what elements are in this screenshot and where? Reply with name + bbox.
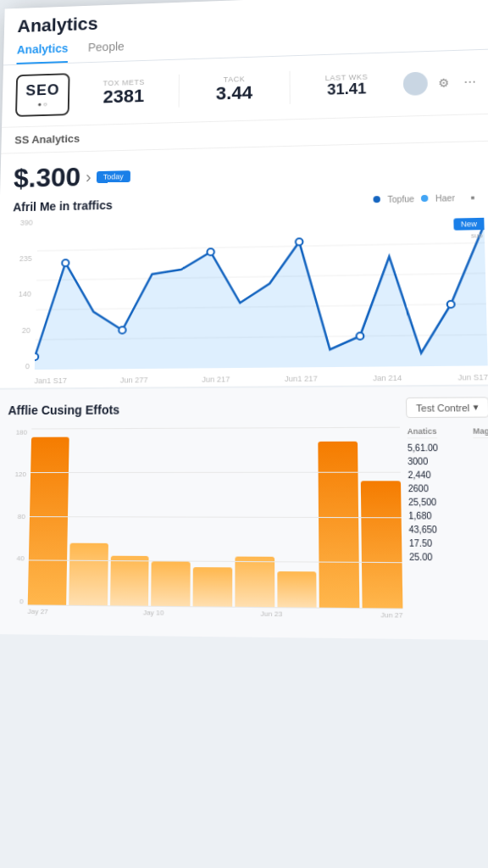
bar-3 bbox=[151, 561, 190, 607]
side-val-6: 43,650 bbox=[408, 524, 488, 536]
mag-header: Mag bbox=[473, 426, 488, 438]
svg-point-8 bbox=[207, 248, 214, 255]
bars-container bbox=[28, 427, 403, 609]
line-chart-title: Afril Me in traffics bbox=[13, 198, 113, 214]
y-label-4: 0 bbox=[9, 362, 30, 370]
bar-4 bbox=[193, 567, 232, 608]
y-axis: 390 235 140 20 0 bbox=[9, 219, 36, 371]
bar-7 bbox=[319, 442, 360, 609]
stat-last: LAST WKS 31.41 bbox=[301, 72, 393, 99]
legend-toggle[interactable]: ▪ bbox=[462, 186, 484, 208]
today-badge[interactable]: Today bbox=[97, 170, 130, 183]
seo-label: SEO bbox=[25, 81, 59, 99]
line-chart: 390 235 140 20 0 bbox=[8, 209, 488, 388]
svg-point-6 bbox=[62, 259, 69, 266]
dropdown-button[interactable]: Test Contrel ▾ bbox=[406, 397, 488, 418]
anatics-header: Anatics bbox=[408, 426, 437, 438]
y-label-0: 390 bbox=[13, 219, 33, 227]
side-val-7: 17.50 bbox=[409, 537, 488, 550]
seo-sub: ●○ bbox=[25, 100, 59, 108]
tox-mets-value: 2381 bbox=[80, 86, 169, 108]
side-val-2: 2,440 bbox=[408, 469, 488, 481]
line-chart-area: Jan1 S17 Jun 277 Jun 217 Jun1 217 Jan 21… bbox=[35, 213, 488, 370]
svg-point-10 bbox=[357, 332, 364, 339]
grid-line bbox=[31, 427, 400, 430]
bar-x-axis: Jay 27 Jay 10 Jun 23 Jun 27 bbox=[27, 608, 402, 620]
legend-dot-1 bbox=[374, 196, 380, 203]
bar-2 bbox=[110, 556, 149, 607]
svg-point-9 bbox=[296, 238, 303, 245]
avatar[interactable] bbox=[403, 72, 428, 96]
bottom-layout: 180 120 80 40 0 bbox=[3, 426, 488, 629]
bar-chart-inner: 180 120 80 40 0 bbox=[3, 427, 402, 628]
side-val-3: 2600 bbox=[408, 482, 488, 494]
bar-8 bbox=[361, 481, 402, 609]
side-val-4: 25,500 bbox=[408, 497, 488, 509]
bar-x-2: Jun 23 bbox=[261, 609, 283, 618]
x-label-1: Jun 277 bbox=[120, 376, 148, 384]
bar-x-1: Jay 10 bbox=[143, 609, 164, 617]
svg-point-11 bbox=[447, 301, 455, 308]
bar-5 bbox=[235, 557, 274, 609]
side-stats: Anatics Mag 5,61.00 3000 2,440 2600 25,5… bbox=[408, 426, 488, 629]
settings-icon[interactable]: ⚙ bbox=[433, 73, 454, 93]
side-val-0: 5,61.00 bbox=[408, 442, 488, 453]
big-metric-value: $.300 bbox=[14, 162, 81, 194]
bottom-header: Afflie Cusing Effots Test Contrel ▾ bbox=[8, 397, 488, 420]
bar-chart-title: Afflie Cusing Effots bbox=[8, 403, 119, 417]
tack-value: 3.44 bbox=[189, 82, 280, 105]
bottom-section: Afflie Cusing Effots Test Contrel ▾ 180 … bbox=[0, 386, 488, 640]
big-metric-arrow[interactable]: › bbox=[86, 167, 92, 186]
new-label[interactable]: New bbox=[453, 218, 484, 231]
tab-people[interactable]: People bbox=[88, 40, 125, 62]
seo-box: SEO ●○ bbox=[15, 73, 70, 117]
tab-analytics[interactable]: Analytics bbox=[17, 42, 69, 64]
legend-label-2: Haer bbox=[435, 193, 455, 203]
line-chart-svg bbox=[35, 213, 488, 370]
dropdown-label: Test Contrel bbox=[416, 402, 469, 413]
new-section-badge: New sub bbox=[453, 218, 485, 242]
bar-1 bbox=[69, 543, 108, 607]
user-area: ⚙ ⋯ bbox=[403, 70, 481, 96]
x-label-2: Jun 217 bbox=[202, 375, 230, 384]
dropdown-chevron-icon: ▾ bbox=[473, 402, 479, 414]
bar-0 bbox=[28, 437, 69, 606]
page-wrapper: Analytics Analytics People SEO ●○ TOX ME… bbox=[0, 0, 488, 868]
divider-2 bbox=[290, 71, 291, 104]
bar-chart: 180 120 80 40 0 bbox=[3, 427, 402, 628]
svg-line-0 bbox=[37, 242, 485, 251]
more-icon[interactable]: ⋯ bbox=[459, 72, 481, 92]
divider-1 bbox=[178, 75, 179, 108]
y-label-1: 235 bbox=[12, 254, 32, 263]
y-label-2: 140 bbox=[11, 290, 31, 298]
bar-6 bbox=[277, 571, 317, 609]
ss-analytics-label: SS Analytics bbox=[14, 132, 80, 147]
side-val-5: 1,680 bbox=[408, 510, 488, 522]
chart-legend: Topfue Haer ▪ bbox=[374, 186, 484, 209]
y-label-3: 20 bbox=[10, 326, 30, 334]
last-value: 31.41 bbox=[301, 81, 392, 100]
new-sub: sub bbox=[454, 230, 485, 242]
x-label-0: Jan1 S17 bbox=[34, 376, 67, 385]
side-stats-header: Anatics Mag bbox=[408, 426, 488, 440]
svg-point-7 bbox=[119, 326, 125, 333]
bar-x-0: Jay 27 bbox=[27, 608, 48, 616]
x-label-5: Jun S17 bbox=[458, 373, 488, 382]
stat-tack: TACK 3.44 bbox=[189, 74, 280, 104]
svg-point-5 bbox=[35, 353, 39, 360]
main-content: $.300 › Today Afril Me in traffics Topfu… bbox=[0, 142, 488, 388]
legend-label-1: Topfue bbox=[387, 194, 414, 204]
side-val-8: 25.00 bbox=[409, 551, 488, 564]
x-label-4: Jan 214 bbox=[373, 374, 402, 383]
x-axis: Jan1 S17 Jun 277 Jun 217 Jun1 217 Jan 21… bbox=[34, 373, 488, 386]
legend-dot-2 bbox=[421, 195, 429, 202]
bar-y-axis: 180 120 80 40 0 bbox=[3, 428, 30, 605]
bar-x-3: Jun 27 bbox=[380, 611, 402, 620]
side-val-1: 3000 bbox=[408, 455, 488, 467]
x-label-3: Jun1 217 bbox=[285, 374, 318, 383]
svg-line-1 bbox=[36, 273, 485, 280]
stat-tox-mets: TOX METS 2381 bbox=[80, 77, 169, 108]
